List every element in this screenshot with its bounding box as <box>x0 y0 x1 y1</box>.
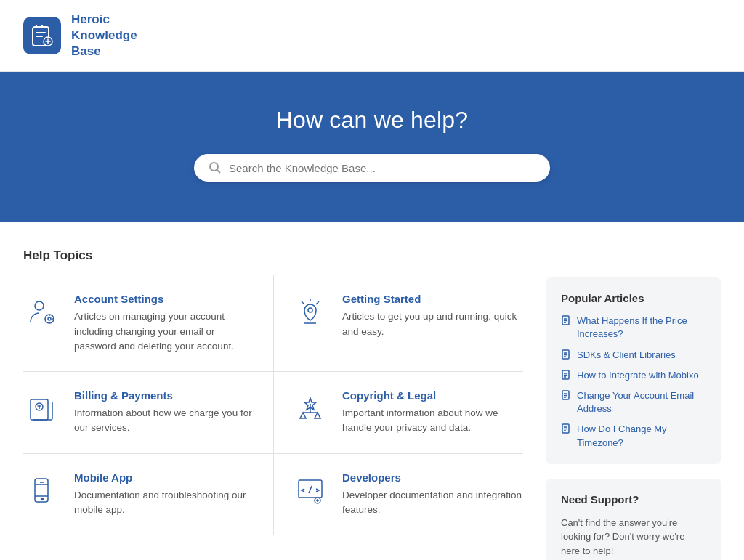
developers-icon <box>291 471 329 509</box>
svg-rect-10 <box>31 399 48 420</box>
topic-text-account-settings: Account Settings Articles on managing yo… <box>74 293 256 354</box>
popular-article-item[interactable]: How to Integrate with Mobixo <box>561 369 706 382</box>
topic-text-getting-started: Getting Started Articles to get you up a… <box>342 293 523 339</box>
article-icon <box>561 315 571 325</box>
logo-text: Heroic Knowledge Base <box>71 12 137 60</box>
main-content: Help Topics Account Settings Articles on <box>0 222 744 560</box>
popular-articles-card: Popular Articles What Happens If the Pri… <box>546 277 721 464</box>
topic-text-billing: Billing & Payments Information about how… <box>74 389 256 436</box>
svg-point-8 <box>48 317 51 320</box>
search-input[interactable] <box>229 162 535 174</box>
help-topics-title: Help Topics <box>23 248 523 263</box>
popular-article-item[interactable]: SDKs & Client Libraries <box>561 349 706 362</box>
logo-icon[interactable] <box>23 17 61 54</box>
topic-text-legal: Copyright & Legal Important information … <box>342 389 523 436</box>
need-support-title: Need Support? <box>561 493 706 506</box>
topic-item-mobile[interactable]: Mobile App Documentation and troubleshoo… <box>23 454 273 536</box>
sidebar: Popular Articles What Happens If the Pri… <box>546 277 721 560</box>
topic-text-mobile: Mobile App Documentation and troubleshoo… <box>74 471 256 518</box>
search-bar <box>194 154 550 182</box>
site-header: Heroic Knowledge Base <box>0 0 744 72</box>
svg-rect-2 <box>36 36 43 37</box>
hero-section: How can we help? <box>0 72 744 222</box>
svg-line-5 <box>217 170 221 174</box>
svg-rect-1 <box>36 32 46 33</box>
svg-point-6 <box>35 301 44 310</box>
account-settings-icon <box>23 293 61 330</box>
article-icon <box>561 423 571 434</box>
billing-icon <box>23 389 61 427</box>
topic-item-account-settings[interactable]: Account Settings Articles on managing yo… <box>23 275 273 372</box>
popular-article-item[interactable]: Change Your Account Email Address <box>561 389 706 415</box>
topic-item-getting-started[interactable]: Getting Started Articles to get you up a… <box>273 275 523 372</box>
getting-started-icon <box>291 293 329 330</box>
article-icon <box>561 370 571 380</box>
mobile-icon <box>23 471 61 509</box>
topic-item-billing[interactable]: Billing & Payments Information about how… <box>23 372 273 454</box>
popular-article-item[interactable]: What Happens If the Price Increases? <box>561 315 706 341</box>
search-icon <box>209 161 222 174</box>
topics-grid: Account Settings Articles on managing yo… <box>23 275 523 535</box>
topic-text-developers: Developers Developer documentation and i… <box>342 471 523 518</box>
need-support-description: Can't find the answer you're looking for… <box>561 516 706 559</box>
svg-point-9 <box>308 308 312 312</box>
svg-point-16 <box>41 498 44 500</box>
popular-articles-list: What Happens If the Price Increases? SDK… <box>561 315 706 450</box>
article-icon <box>561 349 571 360</box>
popular-articles-title: Popular Articles <box>561 292 706 304</box>
topic-item-developers[interactable]: Developers Developer documentation and i… <box>273 454 523 536</box>
topic-item-legal[interactable]: Copyright & Legal Important information … <box>273 372 523 454</box>
svg-point-4 <box>210 163 218 171</box>
need-support-card: Need Support? Can't find the answer you'… <box>546 479 721 560</box>
legal-icon <box>291 389 329 427</box>
article-icon <box>561 390 571 400</box>
content-area: Help Topics Account Settings Articles on <box>23 248 523 560</box>
hero-title: How can we help? <box>23 107 721 134</box>
popular-article-item[interactable]: How Do I Change My Timezone? <box>561 423 706 449</box>
